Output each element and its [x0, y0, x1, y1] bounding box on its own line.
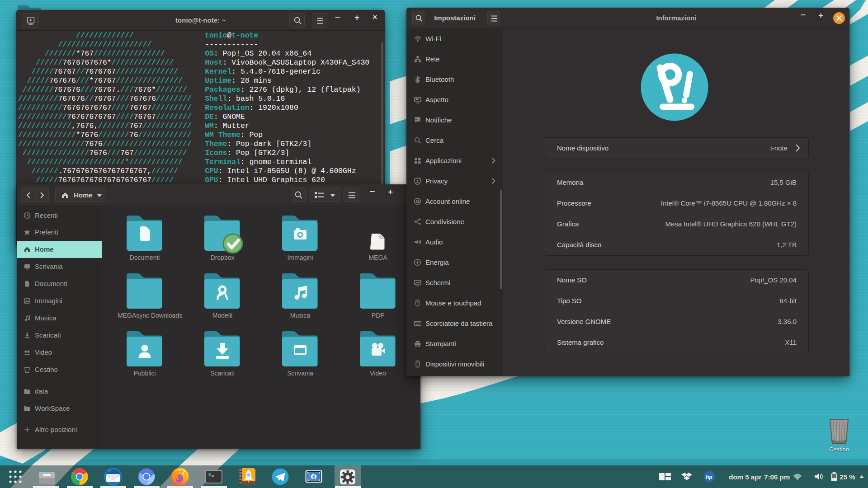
svg-text:$: $ — [208, 473, 211, 478]
svg-text:hp: hp — [706, 474, 712, 480]
svg-text:Home: Home — [74, 191, 93, 199]
